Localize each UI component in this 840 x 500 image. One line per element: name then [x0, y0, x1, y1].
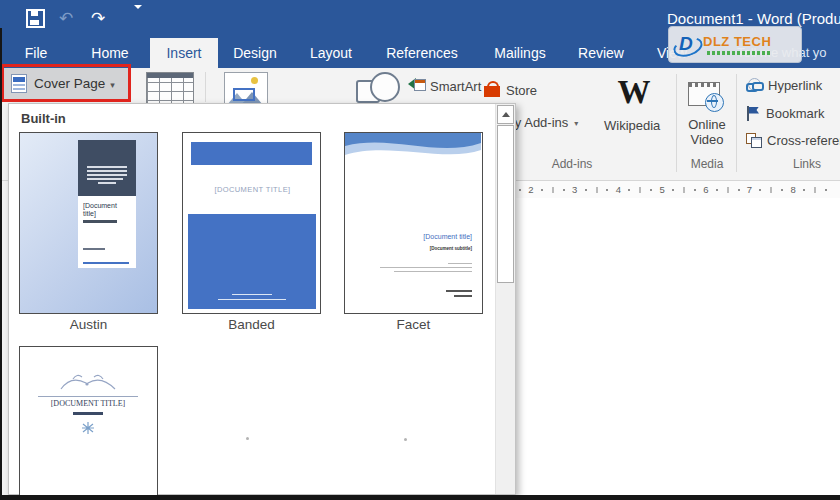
watermark-badge: D DLZ TECH: [668, 26, 802, 63]
hyperlink-button[interactable]: Hyperlink: [746, 76, 822, 94]
cover-thumbnail-austin[interactable]: [Document title]: [19, 132, 158, 314]
facet-swoosh-graphic: [345, 133, 481, 167]
ribbon-separator: [205, 72, 206, 102]
cover-label-banded: Banded: [182, 317, 321, 332]
filigree-divider: [38, 396, 138, 397]
cover-page-dropdown: Built-in [Document title] Austin [DOCUME…: [8, 103, 516, 495]
banded-doc-title: [DOCUMENT TITLE]: [183, 185, 321, 194]
group-label-media: Media: [678, 157, 736, 171]
undo-icon: ↶: [59, 10, 73, 27]
bookmark-flag-icon: [746, 106, 760, 121]
filigree-bottom-ornament-icon: [78, 421, 98, 435]
hyperlink-icon: [746, 78, 762, 92]
ribbon-group-separator: [676, 74, 677, 172]
redo-icon: ↷: [91, 10, 105, 27]
ribbon-group-separator: [736, 74, 737, 172]
undo-button[interactable]: ↶: [54, 6, 78, 30]
tab-review[interactable]: Review: [566, 38, 636, 68]
facet-doc-subtitle: [Document subtitle]: [352, 246, 472, 251]
wikipedia-button[interactable]: Wikipedia: [604, 118, 660, 133]
cover-thumbnail-facet[interactable]: [Document title] [Document subtitle]: [344, 132, 483, 314]
hyperlink-label: Hyperlink: [768, 78, 822, 93]
cover-page-icon: [11, 74, 27, 93]
austin-abstract-box: [78, 140, 136, 196]
tab-design[interactable]: Design: [222, 38, 288, 68]
smartart-button[interactable]: SmartArt: [430, 79, 481, 94]
pictures-button[interactable]: [224, 72, 268, 104]
watermark-brand: DLZ TECH: [703, 35, 771, 49]
cover-label-facet: Facet: [344, 317, 483, 332]
save-button[interactable]: [24, 6, 46, 30]
dropdown-header: Built-in: [21, 111, 66, 126]
cover-thumbnail-banded[interactable]: [DOCUMENT TITLE]: [182, 132, 321, 314]
filigree-subtitle-bar: [73, 412, 103, 415]
bookmark-label: Bookmark: [766, 106, 825, 121]
redo-button[interactable]: ↷: [86, 6, 110, 30]
scrollbar-thumb[interactable]: [497, 125, 514, 283]
table-button[interactable]: [146, 72, 194, 104]
cover-thumbnail-4[interactable]: [DOCUMENT TITLE]: [19, 346, 158, 496]
cover-page-button[interactable]: Cover Page ▾: [4, 68, 128, 99]
picture-sun-icon: [251, 77, 258, 84]
watermark-logo-icon: D: [673, 32, 701, 58]
cross-reference-button[interactable]: Cross-reference: [746, 131, 840, 149]
tab-insert[interactable]: Insert: [150, 38, 218, 68]
tab-mailings[interactable]: Mailings: [482, 38, 558, 68]
facet-doc-title: [Document title]: [352, 233, 472, 240]
group-label-links: Links: [778, 157, 836, 171]
tab-references[interactable]: References: [376, 38, 468, 68]
online-video-button-line2[interactable]: Video: [686, 132, 728, 147]
word-window: { "window": { "title": "Document1 - Word…: [0, 0, 840, 500]
group-label-addins: Add-ins: [536, 157, 608, 171]
loading-placeholder-dot: [404, 438, 407, 441]
shapes-button[interactable]: [354, 72, 402, 102]
window-title: Document1 - Word (Produ: [667, 10, 840, 27]
ruler[interactable]: 2345678: [516, 181, 840, 199]
online-video-button-line1[interactable]: Online: [686, 117, 728, 132]
dropdown-scrollbar[interactable]: [495, 104, 515, 494]
store-icon: [484, 81, 500, 97]
cover-page-dropdown-arrow: ▾: [110, 80, 115, 90]
cover-page-label: Cover Page: [34, 76, 105, 91]
online-video-icon: [688, 82, 724, 112]
shape-circle-icon: [370, 72, 400, 102]
my-addins-dropdown-arrow: ▾: [574, 119, 578, 128]
cover-label-austin: Austin: [19, 317, 158, 332]
austin-accent-line: [83, 262, 129, 264]
screenshot-edge: [0, 28, 2, 500]
filigree-ornament-icon: [53, 371, 123, 393]
cross-reference-label: Cross-reference: [767, 133, 840, 148]
austin-doc-title: [Document title]: [83, 202, 131, 218]
document-canvas[interactable]: [516, 198, 840, 495]
scroll-up-icon: [502, 112, 510, 117]
austin-author-bar: [83, 248, 105, 250]
filigree-doc-title: [DOCUMENT TITLE]: [20, 399, 156, 408]
store-button[interactable]: Store: [506, 83, 537, 98]
customize-toolbar-icon: [134, 9, 146, 27]
screenshot-edge: [0, 495, 840, 500]
austin-doc-subtitle-bar: [83, 220, 117, 223]
smartart-icon: [408, 76, 426, 92]
bookmark-button[interactable]: Bookmark: [746, 104, 825, 122]
save-icon: [26, 9, 45, 28]
tab-layout[interactable]: Layout: [298, 38, 364, 68]
scroll-up-button[interactable]: [497, 105, 514, 124]
tab-file[interactable]: File: [10, 38, 62, 68]
banded-bottom-band: [188, 214, 316, 309]
picture-frame-icon: [233, 88, 255, 101]
tab-home[interactable]: Home: [78, 38, 142, 68]
cross-reference-icon: [746, 133, 761, 147]
watermark-tagline: [707, 51, 771, 55]
wikipedia-icon: W: [614, 74, 654, 111]
austin-side-column: [Document title]: [78, 140, 136, 268]
banded-top-band: [191, 142, 312, 165]
customize-quick-access-button[interactable]: [132, 6, 148, 30]
loading-placeholder-dot: [246, 437, 249, 440]
